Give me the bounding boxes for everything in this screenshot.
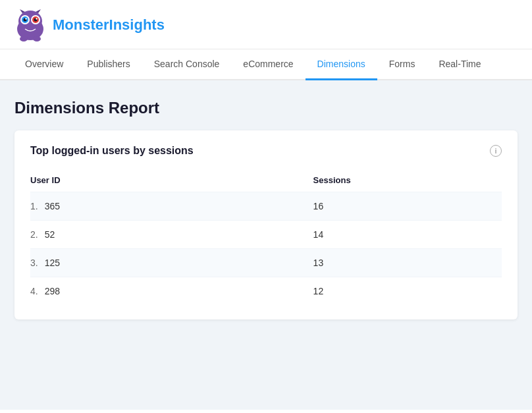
card-header: Top logged-in users by sessions i	[30, 145, 502, 157]
row-rank: 2.	[30, 229, 38, 240]
row-rank: 3.	[30, 258, 38, 268]
cell-user-id: 2.52	[30, 221, 313, 249]
col-header-sessions: Sessions	[313, 170, 502, 192]
nav-item-ecommerce[interactable]: eCommerce	[231, 49, 305, 80]
table-row: 3.12513	[30, 249, 502, 277]
cell-user-id: 1.365	[30, 192, 313, 221]
nav-item-dimensions[interactable]: Dimensions	[306, 49, 377, 80]
row-user-id-value: 52	[45, 229, 55, 240]
table-header-row: User ID Sessions	[30, 170, 502, 192]
card-title: Top logged-in users by sessions	[30, 145, 194, 157]
row-rank: 4.	[30, 286, 38, 296]
row-rank: 1.	[30, 201, 38, 211]
nav-item-forms[interactable]: Forms	[377, 49, 427, 80]
nav-item-publishers[interactable]: Publishers	[75, 49, 142, 80]
cell-sessions: 14	[313, 221, 502, 249]
table-row: 1.36516	[30, 192, 502, 221]
row-user-id-value: 365	[45, 201, 60, 211]
nav-item-search-console[interactable]: Search Console	[142, 49, 232, 80]
monster-logo-icon	[13, 8, 47, 42]
cell-user-id: 4.298	[30, 277, 313, 306]
dimensions-card: Top logged-in users by sessions i User I…	[14, 130, 518, 319]
logo-text: MonsterInsights	[53, 18, 165, 32]
cell-user-id: 3.125	[30, 249, 313, 277]
header: MonsterInsights	[0, 0, 532, 49]
page-title: Dimensions Report	[14, 99, 518, 117]
row-user-id-value: 125	[45, 258, 60, 268]
nav-item-overview[interactable]: Overview	[13, 49, 75, 80]
table-row: 2.5214	[30, 221, 502, 249]
main-content: Dimensions Report Top logged-in users by…	[0, 80, 532, 410]
row-user-id-value: 298	[45, 286, 60, 296]
svg-point-12	[20, 36, 28, 41]
sessions-table: User ID Sessions 1.365162.52143.125134.2…	[30, 170, 502, 305]
nav-item-real-time[interactable]: Real-Time	[427, 49, 492, 80]
svg-point-13	[33, 36, 41, 41]
svg-point-8	[25, 18, 26, 19]
logo-text-part2: Insights	[109, 16, 165, 33]
info-icon[interactable]: i	[490, 145, 502, 157]
nav: Overview Publishers Search Console eComm…	[0, 49, 532, 80]
cell-sessions: 12	[313, 277, 502, 306]
logo-container: MonsterInsights	[13, 8, 165, 42]
col-header-user-id: User ID	[30, 170, 313, 192]
cell-sessions: 13	[313, 249, 502, 277]
svg-point-9	[36, 18, 37, 19]
table-row: 4.29812	[30, 277, 502, 306]
cell-sessions: 16	[313, 192, 502, 221]
logo-text-part1: Monster	[53, 16, 109, 33]
